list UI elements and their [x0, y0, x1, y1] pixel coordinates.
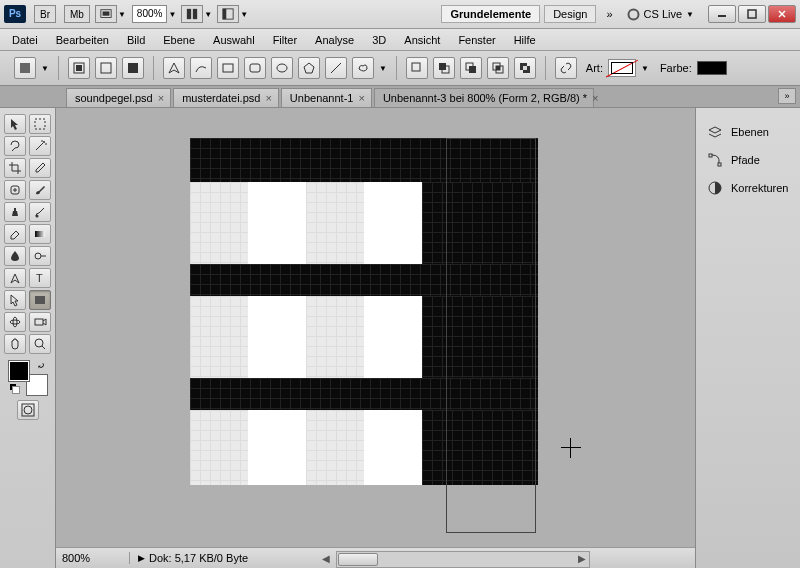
paths-icon: [706, 151, 724, 169]
shape-layers-mode[interactable]: [68, 57, 90, 79]
horizontal-scrollbar[interactable]: ◀ ▶: [336, 551, 590, 568]
panel-pfade[interactable]: Pfade: [702, 146, 794, 174]
app-logo: Ps: [4, 5, 26, 23]
svg-point-40: [35, 215, 38, 218]
svg-rect-8: [748, 10, 756, 18]
path-add-icon[interactable]: [433, 57, 455, 79]
art-label: Art:: [586, 62, 603, 74]
menu-ansicht[interactable]: Ansicht: [404, 34, 440, 46]
eyedropper-tool[interactable]: [29, 158, 51, 178]
panel-ebenen[interactable]: Ebenen: [702, 118, 794, 146]
line-shape-icon[interactable]: [325, 57, 347, 79]
rectangle-tool[interactable]: [29, 290, 51, 310]
screen-mode-button[interactable]: [95, 5, 117, 23]
status-zoom-field[interactable]: 800%: [56, 552, 130, 564]
path-new-icon[interactable]: [406, 57, 428, 79]
svg-rect-1: [102, 11, 109, 15]
close-tab-icon[interactable]: ×: [358, 92, 364, 104]
window-close-button[interactable]: [768, 5, 796, 23]
rectangle-shape-icon[interactable]: [217, 57, 239, 79]
gradient-tool[interactable]: [29, 224, 51, 244]
tab-unbenannt3[interactable]: Unbenannt-3 bei 800% (Form 2, RGB/8) *×: [374, 88, 594, 107]
lasso-tool[interactable]: [4, 136, 26, 156]
default-colors-icon[interactable]: [10, 384, 20, 394]
brush-tool[interactable]: [29, 180, 51, 200]
document-canvas[interactable]: [190, 138, 538, 502]
paths-mode[interactable]: [95, 57, 117, 79]
workspace-more-button[interactable]: »: [600, 8, 618, 20]
bridge-button[interactable]: Br: [34, 5, 56, 23]
menu-filter[interactable]: Filter: [273, 34, 297, 46]
link-icon[interactable]: [555, 57, 577, 79]
svg-rect-17: [250, 64, 260, 72]
minibridge-button[interactable]: Mb: [64, 5, 90, 23]
clone-stamp-tool[interactable]: [4, 202, 26, 222]
close-tab-icon[interactable]: ×: [265, 92, 271, 104]
tab-soundpegel[interactable]: soundpegel.psd×: [66, 88, 171, 107]
eraser-tool[interactable]: [4, 224, 26, 244]
canvas-area[interactable]: 800% ▶Dok: 5,17 KB/0 Byte ◀ ▶: [56, 108, 695, 568]
workspace-design[interactable]: Design: [544, 5, 596, 23]
3d-rotate-tool[interactable]: [4, 312, 26, 332]
tab-unbenannt1[interactable]: Unbenannt-1×: [281, 88, 372, 107]
history-brush-tool[interactable]: [29, 202, 51, 222]
blur-tool[interactable]: [4, 246, 26, 266]
svg-line-50: [42, 346, 45, 349]
menu-hilfe[interactable]: Hilfe: [514, 34, 536, 46]
zoom-level-field[interactable]: 800%: [132, 5, 168, 23]
swap-colors-icon[interactable]: ⤾: [37, 360, 45, 371]
tabs-overflow-button[interactable]: »: [778, 88, 796, 104]
polygon-shape-icon[interactable]: [298, 57, 320, 79]
rounded-rectangle-shape-icon[interactable]: [244, 57, 266, 79]
status-doc-info[interactable]: ▶Dok: 5,17 KB/0 Byte: [130, 552, 256, 564]
menu-datei[interactable]: Datei: [12, 34, 38, 46]
path-subtract-icon[interactable]: [460, 57, 482, 79]
arrange-documents-button[interactable]: [181, 5, 203, 23]
path-exclude-icon[interactable]: [514, 57, 536, 79]
3d-camera-tool[interactable]: [29, 312, 51, 332]
fill-pixels-mode[interactable]: [122, 57, 144, 79]
window-minimize-button[interactable]: [708, 5, 736, 23]
tool-preset-picker[interactable]: [14, 57, 36, 79]
magic-wand-tool[interactable]: [29, 136, 51, 156]
dodge-tool[interactable]: [29, 246, 51, 266]
close-tab-icon[interactable]: ×: [592, 92, 598, 104]
workspace-grundelemente[interactable]: Grundelemente: [441, 5, 540, 23]
move-tool[interactable]: [4, 114, 26, 134]
window-maximize-button[interactable]: [738, 5, 766, 23]
menu-auswahl[interactable]: Auswahl: [213, 34, 255, 46]
freeform-pen-icon[interactable]: [190, 57, 212, 79]
path-selection-tool[interactable]: [4, 290, 26, 310]
path-intersect-icon[interactable]: [487, 57, 509, 79]
svg-point-42: [35, 253, 41, 259]
menu-ebene[interactable]: Ebene: [163, 34, 195, 46]
scrollbar-thumb[interactable]: [338, 553, 378, 566]
healing-brush-tool[interactable]: [4, 180, 26, 200]
custom-shape-icon[interactable]: [352, 57, 374, 79]
pen-tool[interactable]: [4, 268, 26, 288]
tab-musterdatei[interactable]: musterdatei.psd×: [173, 88, 279, 107]
marquee-tool[interactable]: [29, 114, 51, 134]
screen-layout-button[interactable]: [217, 5, 239, 23]
foreground-color-swatch[interactable]: [8, 360, 30, 382]
cslive-button[interactable]: CS Live ▼: [627, 8, 694, 21]
menu-fenster[interactable]: Fenster: [458, 34, 495, 46]
zoom-tool[interactable]: [29, 334, 51, 354]
menu-bearbeiten[interactable]: Bearbeiten: [56, 34, 109, 46]
crop-tool[interactable]: [4, 158, 26, 178]
menu-3d[interactable]: 3D: [372, 34, 386, 46]
hand-tool[interactable]: [4, 334, 26, 354]
svg-rect-15: [128, 63, 138, 73]
foreground-background-colors[interactable]: ⤾: [8, 360, 48, 396]
style-picker[interactable]: [608, 59, 636, 77]
close-tab-icon[interactable]: ×: [158, 92, 164, 104]
menu-analyse[interactable]: Analyse: [315, 34, 354, 46]
fill-color-swatch[interactable]: [697, 61, 727, 75]
type-tool[interactable]: T: [29, 268, 51, 288]
menu-bild[interactable]: Bild: [127, 34, 145, 46]
ellipse-shape-icon[interactable]: [271, 57, 293, 79]
panel-korrekturen[interactable]: Korrekturen: [702, 174, 794, 202]
pen-tool-icon[interactable]: [163, 57, 185, 79]
quick-mask-button[interactable]: [17, 400, 39, 420]
svg-rect-14: [101, 63, 111, 73]
